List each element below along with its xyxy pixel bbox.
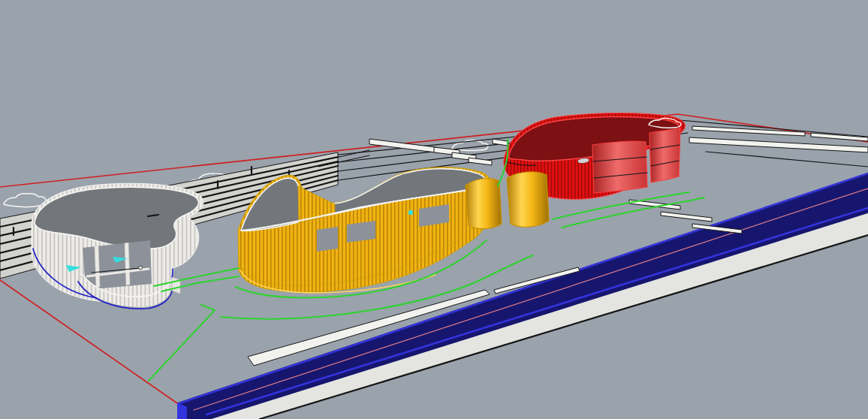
red-facade-panel[interactable]	[592, 141, 647, 193]
yellow-window-opening	[317, 227, 338, 252]
wall-end-cap	[172, 277, 180, 294]
viewport-canvas[interactable]	[0, 0, 868, 419]
survey-point[interactable]	[139, 266, 143, 270]
red-facade-panel[interactable]	[649, 128, 680, 182]
yellow-curved-wall[interactable]	[466, 179, 502, 229]
cyan-control-point[interactable]	[408, 210, 413, 215]
yellow-window-opening	[347, 221, 375, 243]
white-entrance-opening	[83, 240, 152, 290]
yellow-curved-wall[interactable]	[507, 172, 549, 227]
